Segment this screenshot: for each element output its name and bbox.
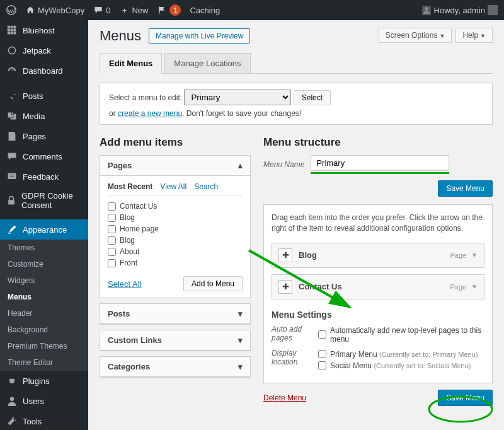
lock-icon xyxy=(6,195,16,206)
sidebar-sub-background[interactable]: Background xyxy=(0,322,88,338)
sidebar-sub-themes[interactable]: Themes xyxy=(0,240,88,256)
home-icon xyxy=(25,5,35,15)
sidebar-item-pages[interactable]: Pages xyxy=(0,126,88,146)
menu-name-input[interactable] xyxy=(311,155,449,171)
flag-icon xyxy=(157,5,167,15)
menu-select[interactable]: Primary xyxy=(184,90,291,105)
sidebar-sub-menus[interactable]: Menus xyxy=(0,289,88,305)
menu-item-contact-us[interactable]: ✚Contact UsPage▼ xyxy=(272,274,484,299)
create-menu-link[interactable]: create a new menu xyxy=(118,109,182,118)
nav-tabs: Edit Menus Manage Locations xyxy=(100,53,493,74)
chevron-up-icon: ▴ xyxy=(238,161,243,170)
select-menu-label: Select a menu to edit: xyxy=(109,93,182,102)
user-icon xyxy=(6,395,18,407)
comments-count[interactable]: 0 xyxy=(93,5,110,15)
menu-item-blog[interactable]: ✚BlogPage▼ xyxy=(272,243,484,268)
site-name-link[interactable]: MyWebCopy xyxy=(25,5,84,15)
sidebar-sub-customize[interactable]: Customize xyxy=(0,256,88,272)
tab-edit-menus[interactable]: Edit Menus xyxy=(100,53,162,74)
chevron-down-icon[interactable]: ▼ xyxy=(471,283,478,290)
caching-link[interactable]: Caching xyxy=(190,6,220,15)
svg-rect-9 xyxy=(13,29,16,32)
sidebar-item-plugins[interactable]: Plugins xyxy=(0,371,88,391)
structure-instructions: Drag each item into the order you prefer… xyxy=(272,212,484,234)
svg-rect-12 xyxy=(13,32,16,34)
wrench-icon xyxy=(6,415,18,427)
svg-point-18 xyxy=(10,397,14,401)
svg-point-14 xyxy=(11,113,12,115)
svg-rect-15 xyxy=(9,132,15,141)
sidebar-item-gdpr-cookie-consent[interactable]: GDPR Cookie Consent xyxy=(0,187,88,214)
sidebar-item-appearance[interactable]: Appearance xyxy=(0,219,88,240)
gauge-icon xyxy=(6,65,18,76)
notification-link[interactable]: 1 xyxy=(157,4,181,16)
svg-rect-4 xyxy=(8,26,10,28)
page-item-home-page[interactable]: Home page xyxy=(108,223,243,235)
feedback-icon xyxy=(6,171,18,182)
svg-rect-10 xyxy=(8,32,10,34)
sidebar-item-tools[interactable]: Tools xyxy=(0,411,88,430)
sidebar-item-bluehost[interactable]: Bluehost xyxy=(0,20,88,40)
svg-rect-6 xyxy=(13,26,16,28)
circle-icon xyxy=(6,45,18,56)
save-menu-bottom-button[interactable]: Save Menu xyxy=(438,390,493,406)
select-all-link[interactable]: Select All xyxy=(108,279,141,289)
sidebar-item-dashboard[interactable]: Dashboard xyxy=(0,61,88,81)
screen-options-button[interactable]: Screen Options▼ xyxy=(379,28,452,43)
pages-box: Pages ▴ Most RecentView AllSearch Contac… xyxy=(100,155,251,298)
plug-icon xyxy=(6,375,18,386)
sidebar-item-comments[interactable]: Comments xyxy=(0,146,88,166)
chat-icon xyxy=(6,151,18,162)
menu-name-label: Menu Name xyxy=(263,160,304,169)
custom-links-box-toggle[interactable]: Custom Links▾ xyxy=(100,330,250,351)
media-icon xyxy=(6,110,18,122)
pages-tab-most-recent[interactable]: Most Recent xyxy=(108,182,152,191)
wp-logo-icon[interactable] xyxy=(6,5,16,15)
sidebar-item-posts[interactable]: Posts xyxy=(0,86,88,106)
live-preview-button[interactable]: Manage with Live Preview xyxy=(149,28,250,44)
select-button[interactable]: Select xyxy=(294,90,331,105)
page-item-blog[interactable]: Blog xyxy=(108,235,243,246)
admin-avatar-icon xyxy=(488,5,498,15)
page-item-front[interactable]: Front xyxy=(108,257,243,269)
user-avatar-icon xyxy=(421,5,432,15)
page-item-blog[interactable]: Blog xyxy=(108,212,243,223)
sidebar-sub-premium-themes[interactable]: Premium Themes xyxy=(0,338,88,354)
tab-manage-locations[interactable]: Manage Locations xyxy=(164,53,250,73)
drag-handle-icon[interactable]: ✚ xyxy=(278,248,292,262)
new-link[interactable]: + New xyxy=(119,5,148,15)
chevron-down-icon[interactable]: ▼ xyxy=(471,252,478,259)
howdy-user[interactable]: Howdy, admin xyxy=(421,5,498,15)
chevron-down-icon: ▾ xyxy=(238,309,243,318)
svg-point-13 xyxy=(8,47,15,54)
grid-icon xyxy=(6,25,18,36)
auto-add-checkbox[interactable]: Automatically add new top-level pages to… xyxy=(318,325,484,345)
page-item-contact-us[interactable]: Contact Us xyxy=(108,200,243,212)
comment-icon xyxy=(93,5,103,15)
delete-menu-link[interactable]: Delete Menu xyxy=(263,393,306,402)
display-loc-primary-menu[interactable]: Primary Menu (Currently set to: Primary … xyxy=(318,349,484,360)
sidebar-item-feedback[interactable]: Feedback xyxy=(0,166,88,187)
svg-point-2 xyxy=(425,7,428,11)
help-button[interactable]: Help▼ xyxy=(455,28,493,43)
sidebar-item-jetpack[interactable]: Jetpack xyxy=(0,40,88,61)
sidebar-sub-theme-editor[interactable]: Theme Editor xyxy=(0,354,88,371)
pages-tab-view-all[interactable]: View All xyxy=(160,182,186,191)
sidebar-sub-header[interactable]: Header xyxy=(0,305,88,322)
drag-handle-icon[interactable]: ✚ xyxy=(278,280,292,294)
chevron-down-icon: ▾ xyxy=(238,335,243,345)
posts-box-toggle[interactable]: Posts▾ xyxy=(100,304,250,324)
menu-structure-box: Drag each item into the order you prefer… xyxy=(263,204,493,383)
pages-box-toggle[interactable]: Pages ▴ xyxy=(100,156,250,176)
sidebar-item-media[interactable]: Media xyxy=(0,106,88,126)
svg-rect-16 xyxy=(8,173,16,179)
pages-tab-search[interactable]: Search xyxy=(194,182,218,191)
sidebar-item-users[interactable]: Users xyxy=(0,391,88,411)
add-to-menu-button[interactable]: Add to Menu xyxy=(183,276,243,291)
categories-box-toggle[interactable]: Categories▾ xyxy=(100,357,250,377)
save-menu-top-button[interactable]: Save Menu xyxy=(438,180,493,197)
page-item-about[interactable]: About xyxy=(108,246,243,257)
display-loc-social-menu[interactable]: Social Menu (Currently set to: Socials M… xyxy=(318,360,484,371)
sidebar-sub-widgets[interactable]: Widgets xyxy=(0,272,88,289)
svg-rect-7 xyxy=(8,29,10,32)
